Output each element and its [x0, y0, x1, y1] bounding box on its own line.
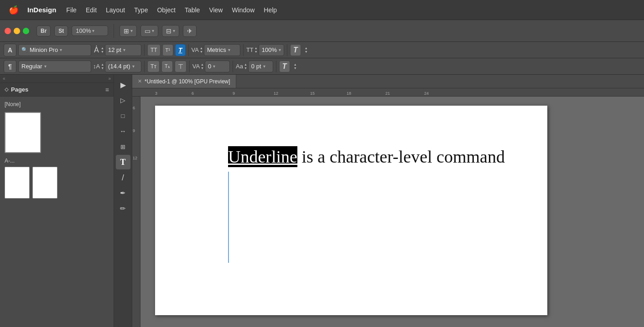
t-superscript-button[interactable]: T¹: [162, 44, 173, 56]
size-stepper[interactable]: ▲▼: [244, 63, 247, 70]
vruler-9: 9: [133, 128, 135, 133]
baseline-stepper[interactable]: ▲▼: [201, 63, 204, 70]
menu-window[interactable]: Window: [227, 5, 259, 15]
send-button[interactable]: ✈: [183, 25, 197, 37]
a-master-pages: [5, 167, 109, 199]
tab-close-icon[interactable]: ✕: [138, 78, 142, 84]
frame-grid-icon: ⊞: [124, 27, 129, 35]
font-search-icon: 🔍: [21, 47, 28, 53]
menu-edit[interactable]: Edit: [81, 5, 101, 15]
ct-sep-6: [189, 61, 190, 72]
page-thumb-2[interactable]: [32, 167, 57, 199]
tracking-stepper[interactable]: ▲▼: [254, 46, 258, 53]
stock-button[interactable]: St: [54, 26, 68, 36]
frame-button[interactable]: ▭ ▾: [140, 25, 158, 37]
menu-file[interactable]: File: [62, 5, 81, 15]
bridge-button[interactable]: Br: [36, 26, 51, 36]
t-sub-button[interactable]: T₁: [161, 61, 173, 72]
kerning-icon: VA: [192, 46, 199, 53]
text-tool-btn[interactable]: T: [116, 155, 130, 169]
para-panel-label[interactable]: ¶: [4, 60, 16, 73]
tt-button[interactable]: TT: [147, 44, 161, 56]
ruler-mark-21: 21: [385, 91, 390, 96]
panel-collapse-arrows[interactable]: « »: [0, 75, 114, 83]
pages-title-diamond: ◇: [5, 87, 8, 92]
tracking-icon: TT: [246, 46, 254, 53]
tracking-chevron: ▾: [279, 47, 281, 52]
font-name-value: Minion Pro: [30, 46, 58, 53]
zoom-control[interactable]: 100% ▾: [72, 26, 108, 36]
font-size-value: 12 pt: [108, 46, 121, 53]
menu-layout[interactable]: Layout: [101, 5, 130, 15]
frame-grid-button[interactable]: ⊞ ▾: [119, 25, 137, 37]
italic-stepper[interactable]: ▲▼: [305, 46, 308, 53]
direct-selection-tool-btn[interactable]: ▷: [116, 93, 130, 107]
text-cursor: [228, 172, 229, 263]
menu-object[interactable]: Object: [152, 5, 180, 15]
char-toolbar-row1: A 🔍 Minion Pro ▾ Ȧ ▲▼ 12 pt ▾ TT T¹ T VA…: [0, 42, 644, 58]
leading-stepper[interactable]: ▲▼: [101, 63, 104, 70]
leading-chevron: ▾: [132, 64, 135, 69]
tracking-field[interactable]: 100% ▾: [259, 44, 284, 56]
baseline-icon: VA: [192, 63, 200, 70]
menu-help[interactable]: Help: [259, 5, 281, 15]
style-field[interactable]: Regular ▾: [18, 61, 91, 72]
gap-tool-btn[interactable]: ↔: [116, 124, 130, 138]
text-rest: is a character-level command: [297, 147, 505, 166]
italic-t2-button[interactable]: T: [279, 61, 290, 72]
text-frame[interactable]: Underline is a character-level command: [228, 147, 547, 168]
ruler-mark-24: 24: [424, 91, 429, 96]
pages-panel-menu-icon[interactable]: ≡: [105, 86, 109, 93]
font-size-field[interactable]: 12 pt ▾: [105, 44, 141, 56]
collapse-right-icon: »: [108, 76, 111, 81]
doc-tab-bar: ✕ *Untitled-1 @ 100% [GPU Preview]: [132, 75, 644, 88]
close-button[interactable]: [5, 28, 11, 34]
italic-t2-stepper[interactable]: ▲▼: [294, 63, 297, 70]
kerning-field[interactable]: Metrics ▾: [204, 44, 240, 56]
apple-menu[interactable]: 🍎: [5, 5, 22, 15]
leading-field[interactable]: (14.4 pt) ▾: [105, 61, 141, 72]
line-tool-btn[interactable]: /: [116, 170, 130, 185]
baseline-group: VA ▲▼ 0 ▾: [192, 61, 230, 72]
tt-lower-button[interactable]: Tт: [147, 61, 160, 72]
ruler-h-inner: 3 6 9 12 15 18 21 24: [132, 88, 644, 96]
frame-grid-chevron: ▾: [130, 28, 133, 33]
ruler-mark-9: 9: [233, 91, 235, 96]
minimize-button[interactable]: [14, 28, 20, 34]
canvas-scroll[interactable]: 6 9 12 Underline is a character-level co…: [132, 97, 644, 327]
italic-t-button[interactable]: T: [290, 44, 301, 56]
menu-type[interactable]: Type: [130, 5, 152, 15]
kerning-stepper[interactable]: ▲▼: [200, 46, 203, 53]
leading-icon: ↕A: [93, 63, 100, 70]
app-name: InDesign: [22, 6, 62, 14]
pencil-tool-btn[interactable]: ✏: [116, 201, 130, 216]
t-underline-button[interactable]: T: [175, 44, 186, 56]
pen-tool-btn[interactable]: ✒: [116, 186, 130, 200]
tools-panel: ▶ ▷ □ ↔ ⊞ T / ✒ ✏: [114, 75, 132, 327]
ruler-mark-3: 3: [155, 91, 157, 96]
size-value: 0 pt: [251, 63, 261, 70]
maximize-button[interactable]: [23, 28, 29, 34]
frame-icon: ▭: [145, 27, 151, 35]
kerning-chevron: ▾: [228, 47, 230, 52]
page-thumb-1[interactable]: [5, 167, 30, 199]
none-master-thumb[interactable]: [5, 112, 41, 153]
kerning-group: VA ▲▼ Metrics ▾: [192, 44, 240, 56]
document-tab[interactable]: ✕ *Untitled-1 @ 100% [GPU Preview]: [132, 75, 236, 88]
menu-table[interactable]: Table: [180, 5, 204, 15]
content-collector-btn[interactable]: ⊞: [116, 139, 130, 154]
char-panel-label[interactable]: A: [4, 44, 16, 56]
layout-button[interactable]: ⊟ ▾: [162, 25, 179, 37]
ruler-mark-12: 12: [274, 91, 278, 96]
font-size-stepper[interactable]: ▲▼: [101, 46, 104, 53]
leading-value: (14.4 pt): [108, 63, 130, 70]
font-name-field[interactable]: 🔍 Minion Pro ▾: [18, 44, 91, 56]
menu-view[interactable]: View: [204, 5, 227, 15]
page-tool-btn[interactable]: □: [116, 108, 130, 123]
horizontal-ruler: 3 6 9 12 15 18 21 24: [132, 88, 644, 97]
baseline-field[interactable]: 0 ▾: [205, 61, 230, 72]
zoom-value: 100%: [76, 27, 91, 34]
size-field[interactable]: 0 pt ▾: [248, 61, 273, 72]
baseline-shift-button[interactable]: ⊤: [175, 61, 187, 72]
selection-tool-btn[interactable]: ▶: [116, 77, 130, 92]
